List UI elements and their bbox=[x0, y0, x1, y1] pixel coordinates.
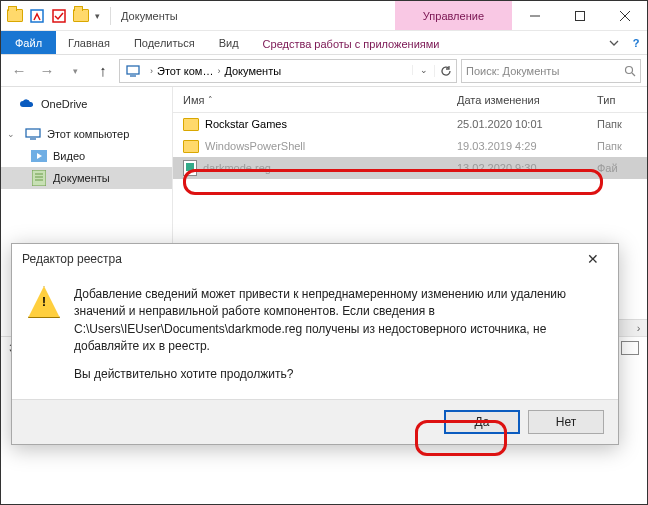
search-placeholder: Поиск: Документы bbox=[466, 65, 559, 77]
sidebar-item-thispc[interactable]: ⌄ Этот компьютер bbox=[1, 123, 172, 145]
address-seg-pc[interactable]: Этот ком… bbox=[157, 65, 213, 77]
file-date: 25.01.2020 10:01 bbox=[457, 118, 597, 130]
share-tab[interactable]: Поделиться bbox=[122, 31, 207, 54]
file-row[interactable]: Rockstar Games25.01.2020 10:01Папк bbox=[173, 113, 647, 135]
folder-icon bbox=[183, 118, 199, 131]
minimize-button[interactable] bbox=[512, 1, 557, 31]
close-button[interactable] bbox=[602, 1, 647, 31]
file-type: Папк bbox=[597, 118, 647, 130]
search-icon bbox=[624, 65, 636, 77]
refresh-icon[interactable] bbox=[434, 65, 456, 77]
file-name: Rockstar Games bbox=[205, 118, 287, 130]
chevron-icon[interactable]: › bbox=[146, 66, 157, 76]
dialog-text-1: Добавление сведений может привести к неп… bbox=[74, 286, 602, 356]
sidebar-item-label: OneDrive bbox=[41, 98, 87, 110]
warning-icon: ! bbox=[28, 286, 60, 318]
sidebar-item-onedrive[interactable]: OneDrive bbox=[1, 93, 172, 115]
nav-forward[interactable]: → bbox=[35, 59, 59, 83]
yes-button-label: Да bbox=[475, 415, 490, 429]
svg-rect-6 bbox=[127, 66, 139, 74]
maximize-button[interactable] bbox=[557, 1, 602, 31]
app-tools-tab[interactable]: Средства работы с приложениями bbox=[251, 31, 452, 54]
ribbon-context-tab: Управление bbox=[395, 1, 512, 30]
file-type: Фай bbox=[597, 162, 647, 174]
qat-properties-icon[interactable] bbox=[29, 8, 45, 24]
window-title: Документы bbox=[121, 10, 178, 22]
sidebar-item-label: Видео bbox=[53, 150, 85, 162]
search-input[interactable]: Поиск: Документы bbox=[461, 59, 641, 83]
svg-line-9 bbox=[632, 73, 635, 76]
column-date[interactable]: Дата изменения bbox=[457, 94, 597, 106]
no-button[interactable]: Нет bbox=[528, 410, 604, 434]
sidebar-item-label: Документы bbox=[53, 172, 110, 184]
file-date: 13.02.2020 9:30 bbox=[457, 162, 597, 174]
pc-icon bbox=[126, 64, 140, 78]
svg-rect-10 bbox=[26, 129, 40, 137]
file-tab[interactable]: Файл bbox=[1, 31, 56, 54]
dialog-text-2: Вы действительно хотите продолжить? bbox=[74, 366, 602, 383]
sidebar-item-label: Этот компьютер bbox=[47, 128, 129, 140]
qat-folder-icon[interactable] bbox=[73, 9, 89, 22]
sidebar-item-documents[interactable]: Документы bbox=[1, 167, 172, 189]
svg-point-8 bbox=[626, 66, 633, 73]
confirm-dialog: Редактор реестра ✕ ! Добавление сведений… bbox=[11, 243, 619, 445]
file-name: darkmode.reg bbox=[203, 162, 271, 174]
qat-checkbox-icon[interactable] bbox=[51, 8, 67, 24]
pc-icon bbox=[25, 126, 41, 142]
ribbon-tabs: Файл Главная Поделиться Вид Средства раб… bbox=[1, 31, 647, 55]
sort-asc-icon: ˄ bbox=[208, 95, 213, 105]
ribbon-expand-icon[interactable] bbox=[603, 31, 625, 54]
nav-back[interactable]: ← bbox=[7, 59, 31, 83]
titlebar: ▾ Документы Управление bbox=[1, 1, 647, 31]
reg-file-icon bbox=[183, 160, 197, 176]
view-large-icon[interactable] bbox=[621, 341, 639, 355]
address-dropdown[interactable]: ⌄ bbox=[412, 65, 434, 75]
document-icon bbox=[31, 170, 47, 186]
column-type[interactable]: Тип bbox=[597, 94, 647, 106]
qat-dropdown[interactable]: ▾ bbox=[95, 11, 100, 21]
video-icon bbox=[31, 148, 47, 164]
navbar: ← → ▾ ↑ › Этот ком… › Документы ⌄ Поиск:… bbox=[1, 55, 647, 87]
sidebar-item-video[interactable]: Видео bbox=[1, 145, 172, 167]
file-type: Папк bbox=[597, 140, 647, 152]
file-row[interactable]: WindowsPowerShell19.03.2019 4:29Папк bbox=[173, 135, 647, 157]
view-tab[interactable]: Вид bbox=[207, 31, 251, 54]
chevron-icon[interactable]: › bbox=[213, 66, 224, 76]
column-name[interactable]: Имя bbox=[183, 94, 204, 106]
home-tab[interactable]: Главная bbox=[56, 31, 122, 54]
folder-icon bbox=[183, 140, 199, 153]
svg-rect-0 bbox=[31, 10, 43, 22]
help-icon[interactable]: ? bbox=[625, 31, 647, 54]
file-date: 19.03.2019 4:29 bbox=[457, 140, 597, 152]
dialog-title: Редактор реестра bbox=[22, 252, 122, 266]
svg-rect-1 bbox=[53, 10, 65, 22]
nav-up[interactable]: ↑ bbox=[91, 59, 115, 83]
address-seg-docs[interactable]: Документы bbox=[224, 65, 281, 77]
folder-icon bbox=[7, 9, 23, 22]
nav-history-dropdown[interactable]: ▾ bbox=[63, 59, 87, 83]
address-bar[interactable]: › Этот ком… › Документы ⌄ bbox=[119, 59, 457, 83]
file-row[interactable]: darkmode.reg13.02.2020 9:30Фай bbox=[173, 157, 647, 179]
svg-rect-14 bbox=[32, 170, 46, 186]
dialog-close-button[interactable]: ✕ bbox=[578, 251, 608, 267]
cloud-icon bbox=[19, 96, 35, 112]
no-button-label: Нет bbox=[556, 415, 576, 429]
svg-rect-3 bbox=[575, 11, 584, 20]
file-name: WindowsPowerShell bbox=[205, 140, 305, 152]
yes-button[interactable]: Да bbox=[444, 410, 520, 434]
expand-icon[interactable]: ⌄ bbox=[7, 129, 17, 139]
